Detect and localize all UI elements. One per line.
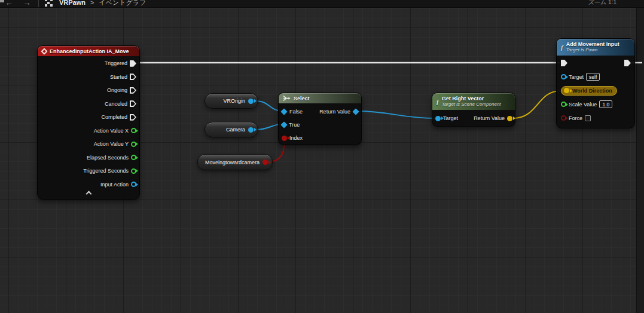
pin-false[interactable]: [280, 108, 287, 115]
node-variable-movingtowardcamera[interactable]: Moveingtowardcamera: [197, 154, 273, 170]
node-title: Select: [294, 96, 310, 102]
world-direction-highlight: World Direction: [561, 86, 617, 96]
pin-label: Action Value Y: [94, 141, 129, 147]
node-subtitle: Target is Scene Component: [442, 102, 501, 108]
node-select[interactable]: Select False Return Value True Index: [278, 93, 362, 145]
pin-label: Canceled: [105, 101, 127, 107]
node-header[interactable]: f Get Right Vector Target is Scene Compo…: [432, 93, 515, 110]
exec-pin-out[interactable]: [624, 60, 631, 66]
pin-return-value-vector[interactable]: [507, 116, 512, 121]
node-variable-vrorigin[interactable]: VROrigin: [205, 93, 258, 109]
toolbar-divider: [38, 0, 39, 7]
exec-pin-started[interactable]: [130, 73, 136, 80]
event-diamond-icon: [41, 48, 47, 54]
pin-action-value-y[interactable]: [131, 142, 136, 147]
pin-label: False: [289, 109, 303, 115]
node-variable-camera[interactable]: Camera: [205, 122, 258, 137]
node-header[interactable]: f Add Movement Input Target is Pawn: [557, 39, 634, 56]
exec-pin-ongoing[interactable]: [130, 87, 136, 94]
pin-label: Input Action: [100, 182, 129, 188]
back-arrow-icon[interactable]: ←: [0, 0, 18, 7]
breadcrumb-graph-name[interactable]: イベントグラフ: [99, 0, 146, 7]
breadcrumb-blueprint-name[interactable]: VRPawn: [59, 0, 86, 6]
exec-pin-in[interactable]: [561, 60, 567, 66]
pin-vrorigin-out[interactable]: [248, 99, 254, 104]
pin-label: Action Value X: [94, 128, 129, 134]
pin-label: Triggered: [105, 60, 127, 66]
pin-world-direction[interactable]: [564, 88, 569, 93]
node-title: Add Movement Input: [566, 41, 619, 47]
event-graph-icon: [45, 0, 53, 7]
pin-label: Elapsed Seconds: [87, 155, 129, 161]
force-checkbox[interactable]: [585, 115, 591, 121]
node-header[interactable]: Select: [279, 93, 361, 103]
pin-label: Ongoing: [107, 87, 127, 93]
collapse-chevron-icon[interactable]: [84, 191, 93, 197]
function-icon: f: [437, 99, 439, 105]
node-subtitle: Target is Pawn: [566, 47, 619, 53]
pin-label: Triggered Seconds: [83, 168, 129, 174]
function-icon: f: [561, 44, 563, 50]
pin-label: Return Value: [474, 115, 505, 121]
wire-select-to-target[interactable]: [357, 111, 435, 118]
node-enhanced-input-action[interactable]: EnhancedInputAction IA_Move Triggered St…: [37, 45, 140, 200]
wire-vector-to-worlddirection[interactable]: [513, 91, 561, 118]
node-add-movement-input[interactable]: f Add Movement Input Target is Pawn Targ…: [556, 38, 635, 128]
pin-target[interactable]: [561, 74, 566, 79]
pin-index[interactable]: [282, 136, 287, 141]
select-icon: [283, 95, 291, 102]
pin-label: Completed: [101, 114, 127, 120]
target-value-box[interactable]: self: [586, 73, 600, 81]
variable-label: VROrigin: [223, 98, 245, 104]
variable-label: Camera: [226, 127, 245, 133]
node-header[interactable]: EnhancedInputAction IA_Move: [38, 46, 139, 56]
pin-label: Force: [569, 115, 582, 121]
scale-value-box[interactable]: 1.0: [599, 100, 612, 108]
pin-target[interactable]: [435, 116, 441, 121]
exec-pin-canceled[interactable]: [130, 100, 136, 107]
exec-pin-triggered[interactable]: [130, 60, 136, 67]
pin-label: Scale Value: [569, 102, 597, 108]
pin-force[interactable]: [561, 115, 566, 121]
forward-arrow-icon[interactable]: →: [18, 0, 36, 7]
breadcrumb-toolbar: ← → VRPawn > イベントグラフ ズーム 1:1: [0, 0, 644, 8]
pin-true[interactable]: [280, 121, 287, 128]
pin-elapsed-seconds[interactable]: [131, 155, 136, 160]
pin-triggered-seconds[interactable]: [131, 168, 136, 174]
zoom-level-indicator: ズーム 1:1: [588, 0, 616, 7]
node-title: Get Right Vector: [442, 96, 501, 102]
pin-label: Index: [289, 135, 303, 141]
variable-label: Moveingtowardcamera: [205, 159, 260, 165]
pin-label: Target: [443, 115, 458, 121]
pin-scale-value[interactable]: [561, 102, 566, 107]
pin-label: World Direction: [572, 88, 612, 94]
pin-action-value-x[interactable]: [131, 128, 136, 133]
node-get-right-vector[interactable]: f Get Right Vector Target is Scene Compo…: [432, 93, 515, 127]
pin-camera-out[interactable]: [248, 127, 254, 133]
pin-label: True: [289, 122, 300, 128]
pin-movingtowardcamera-out[interactable]: [263, 159, 268, 165]
pin-input-action[interactable]: [131, 182, 136, 187]
pin-label: Target: [569, 74, 584, 80]
exec-pin-completed[interactable]: [130, 114, 136, 121]
pin-label: Started: [110, 74, 127, 80]
node-title: EnhancedInputAction IA_Move: [50, 48, 129, 54]
pin-label: Return Value: [319, 109, 350, 115]
pin-return-value[interactable]: [352, 108, 359, 115]
breadcrumb-separator: >: [90, 0, 94, 6]
blueprint-editor: ← → VRPawn > イベントグラフ ズーム 1:1 EnhancedInp…: [0, 0, 644, 313]
